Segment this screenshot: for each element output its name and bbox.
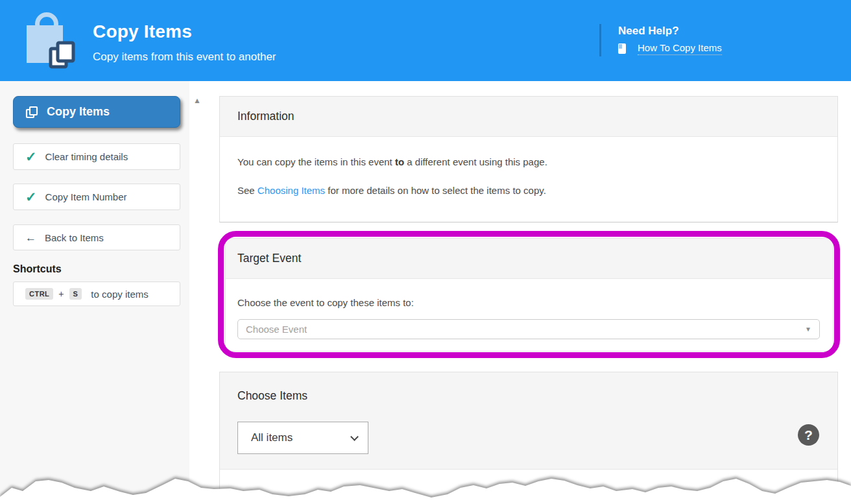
information-panel: Information You can copy the items in th… — [219, 96, 838, 222]
info-text: You can copy the items in this event — [237, 156, 395, 167]
toggle-copy-item-number[interactable]: ✓ Copy Item Number — [13, 184, 180, 210]
check-icon: ✓ — [25, 190, 37, 204]
how-to-copy-items-link[interactable]: How To Copy Items — [638, 42, 722, 55]
info-paragraph-1: You can copy the items in this event to … — [237, 156, 820, 167]
choose-items-panel-header: Choose Items All items ? — [220, 372, 837, 470]
app-header: Copy Items Copy items from this event to… — [0, 0, 851, 81]
key-ctrl-badge: CTRL — [25, 288, 53, 300]
toggle-label: Clear timing details — [45, 151, 128, 162]
info-paragraph-2: See Choosing Items for more details on h… — [237, 185, 820, 196]
toggle-clear-timing-details[interactable]: ✓ Clear timing details — [13, 143, 180, 170]
info-text: See — [237, 185, 258, 196]
need-help-heading: Need Help? — [618, 25, 679, 38]
info-text-bold: to — [395, 156, 404, 167]
header-divider — [599, 24, 601, 56]
check-icon: ✓ — [25, 150, 37, 163]
shortcut-hint: CTRL + S to copy items — [13, 282, 180, 306]
back-to-items-button[interactable]: ← Back to Items — [13, 224, 180, 250]
choose-event-label: Choose the event to copy these items to: — [237, 297, 820, 308]
target-event-panel: Target Event Choose the event to copy th… — [225, 238, 833, 352]
help-link-row: How To Copy Items — [618, 42, 722, 55]
choose-event-dropdown[interactable]: Choose Event ▼ — [237, 319, 820, 339]
chevron-down-icon — [350, 433, 359, 441]
choosing-items-link[interactable]: Choosing Items — [258, 185, 325, 196]
choose-items-panel: Choose Items All items ? — [219, 372, 838, 504]
shopping-bag-copy-icon — [25, 6, 71, 69]
target-event-panel-header: Target Event — [226, 239, 833, 279]
target-event-panel-body: Choose the event to copy these items to:… — [226, 279, 833, 339]
plus-separator: + — [58, 289, 64, 299]
copy-icon — [25, 105, 39, 119]
sidebar-item-copy-items[interactable]: Copy Items — [13, 96, 180, 128]
book-icon — [618, 43, 626, 54]
info-text: a different event using this page. — [404, 156, 547, 167]
scroll-up-icon[interactable]: ▲ — [193, 96, 201, 105]
sidebar: Copy Items ✓ Clear timing details ✓ Copy… — [0, 81, 189, 504]
copy-pages-icon — [47, 40, 77, 71]
back-arrow-icon: ← — [25, 232, 36, 243]
back-label: Back to Items — [45, 232, 104, 243]
sidebar-item-label: Copy Items — [47, 105, 110, 119]
key-s-badge: S — [69, 288, 82, 300]
info-text: for more details on how to select the it… — [325, 185, 546, 196]
panel-title: Information — [237, 110, 294, 123]
item-filter-select[interactable]: All items — [237, 422, 368, 454]
page-title: Copy Items — [93, 21, 192, 42]
caret-down-icon: ▼ — [805, 326, 811, 333]
toggle-label: Copy Item Number — [45, 191, 127, 202]
panel-title: Target Event — [237, 252, 301, 265]
help-question-icon[interactable]: ? — [798, 424, 819, 446]
page-subtitle: Copy items from this event to another — [93, 51, 276, 64]
information-panel-body: You can copy the items in this event to … — [220, 137, 837, 196]
choose-event-placeholder: Choose Event — [246, 324, 307, 335]
shortcuts-heading: Shortcuts — [13, 263, 62, 275]
item-filter-value: All items — [251, 431, 293, 444]
panel-title: Choose Items — [237, 389, 307, 403]
information-panel-header: Information — [220, 97, 837, 137]
shortcut-description: to copy items — [91, 289, 148, 300]
